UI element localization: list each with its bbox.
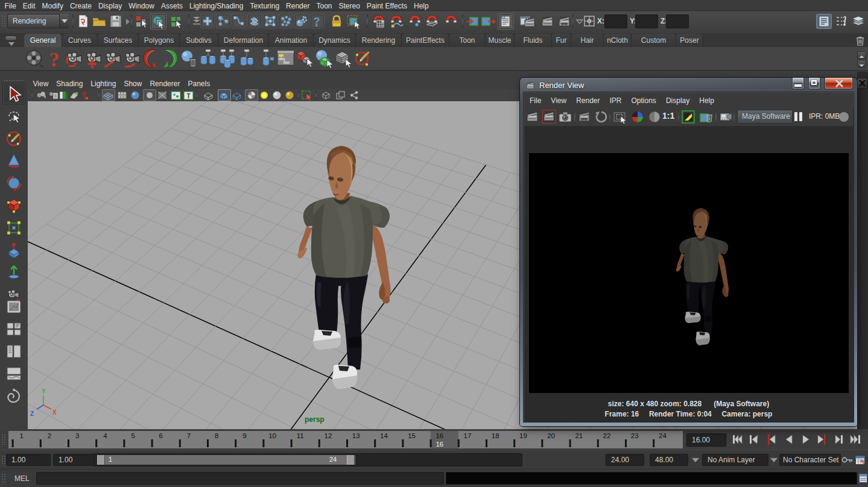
svg-text:?: ? [49,49,60,69]
svg-text:5: 5 [131,432,135,439]
svg-text:IPR: IPR [561,22,568,26]
svg-text:Y: Y [42,388,46,395]
svg-text:7: 7 [187,432,191,439]
svg-text:X: X [52,409,57,416]
svg-text:13: 13 [352,432,360,439]
svg-text:IPR: IPR [581,118,588,121]
svg-text:8: 8 [215,432,218,439]
svg-text:21: 21 [575,432,583,439]
svg-text:1: 1 [20,432,24,439]
svg-text:T: T [186,93,190,99]
svg-text:6: 6 [159,432,163,439]
svg-text:persp: persp [305,415,325,424]
svg-text:22: 22 [603,432,611,439]
svg-text:18: 18 [492,432,499,439]
svg-text:19: 19 [519,432,527,439]
svg-text:14: 14 [380,432,388,439]
svg-text:10: 10 [268,432,276,439]
svg-text:12: 12 [325,432,332,439]
svg-text:15: 15 [408,432,416,439]
svg-text:11: 11 [297,432,304,439]
svg-text:24: 24 [659,432,667,439]
svg-text:3: 3 [75,432,79,439]
svg-text:23: 23 [631,432,639,439]
svg-text:9: 9 [242,432,246,439]
svg-text:20: 20 [547,432,555,439]
svg-text:16: 16 [436,432,443,439]
svg-text:4: 4 [103,432,107,439]
svg-text:Z: Z [30,410,34,417]
svg-text:16: 16 [436,441,443,448]
svg-text:17: 17 [464,432,472,439]
svg-text:2: 2 [48,432,51,439]
